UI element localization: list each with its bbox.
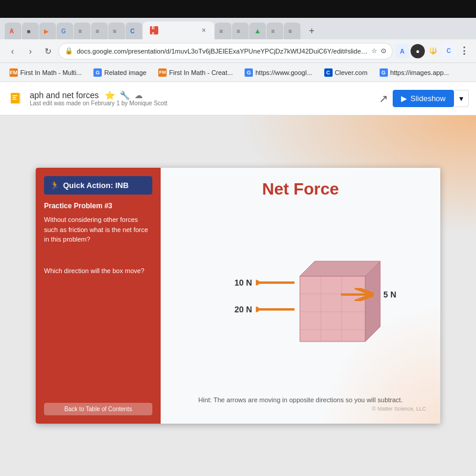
- arrow-5n-right: [338, 288, 380, 301]
- tab-bar: A ■ ▶ G ≡ ≡ ≡ C E: [0, 18, 476, 39]
- address-bar-icons: ☆ ⊙: [371, 47, 386, 55]
- title-text: aph and net forces: [30, 90, 99, 100]
- url-text: docs.google.com/presentation/d/1muvL3oTv…: [77, 48, 368, 55]
- slides-header: aph and net forces ⭐ 🔧 ☁ Last edit was m…: [0, 82, 476, 115]
- practice-text: Without considering other forces such as…: [44, 215, 152, 245]
- slides-title: aph and net forces ⭐ 🔧 ☁: [30, 90, 374, 100]
- tab-inactive-12[interactable]: ≡: [267, 23, 283, 39]
- bm-label-3: First In Math - Creat...: [169, 69, 233, 76]
- tab-inactive-5[interactable]: ≡: [74, 23, 90, 39]
- bm-icon-1: FM: [10, 68, 18, 77]
- bookmark-4[interactable]: G https://www.googl...: [240, 67, 317, 79]
- bookmark-5[interactable]: C Clever.com: [320, 67, 372, 79]
- tab-inactive-1[interactable]: A: [5, 23, 21, 39]
- forward-btn[interactable]: ›: [23, 43, 38, 59]
- left-panel: 🏃 Quick Action: INB Practice Problem #3 …: [36, 168, 161, 424]
- ext-icon-3[interactable]: 🔱: [426, 44, 440, 58]
- force-20n-label: 20 N: [234, 305, 252, 314]
- secure-icon: 🔒: [65, 47, 73, 55]
- tab-inactive-8[interactable]: C: [126, 23, 142, 39]
- browser-actions: A ● 🔱 C ⋮: [395, 44, 471, 58]
- bm-label-5: Clever.com: [335, 69, 368, 76]
- svg-marker-8: [300, 276, 365, 342]
- tab-inactive-7[interactable]: ≡: [108, 23, 125, 39]
- tab-inactive-2[interactable]: ■: [22, 23, 39, 39]
- star-icon[interactable]: ☆: [371, 47, 377, 55]
- ext-icon-5[interactable]: ⋮: [457, 44, 471, 58]
- tab-inactive-4[interactable]: G: [57, 23, 73, 39]
- bookmark-1[interactable]: FM First In Math - Multi...: [5, 67, 86, 79]
- new-tab-btn[interactable]: +: [303, 23, 320, 39]
- tab-inactive-9[interactable]: ≡: [215, 23, 231, 39]
- quick-action-label: Quick Action: INB: [63, 181, 129, 190]
- cloud-icon-title[interactable]: ☁: [134, 90, 143, 100]
- slideshow-button[interactable]: ▶ Slideshow: [393, 90, 454, 107]
- slideshow-dropdown-btn[interactable]: ▾: [454, 90, 469, 107]
- direction-question: Which direction will the box move?: [44, 254, 152, 403]
- main-content: 🏃 Quick Action: INB Practice Problem #3 …: [0, 115, 476, 476]
- tab-inactive-6[interactable]: ≡: [91, 23, 108, 39]
- slides-title-area: aph and net forces ⭐ 🔧 ☁ Last edit was m…: [30, 90, 374, 107]
- ext-icon-4[interactable]: C: [441, 44, 456, 58]
- net-force-title: Net Force: [175, 180, 426, 199]
- tab-close-btn[interactable]: ×: [201, 25, 207, 36]
- copyright-text: © Matter Science, LLC: [175, 406, 426, 412]
- svg-rect-2: [11, 93, 19, 103]
- force-5n-label: 5 N: [383, 290, 396, 299]
- cloud-icon[interactable]: ⊙: [381, 47, 386, 55]
- slide-canvas: 🏃 Quick Action: INB Practice Problem #3 …: [36, 168, 440, 424]
- slides-logo: [7, 90, 25, 108]
- tab-active-icon: E x: [150, 26, 158, 35]
- svg-rect-5: [12, 99, 17, 100]
- back-btn-label: Back to Table of Contents: [64, 406, 132, 412]
- bookmark-3[interactable]: FM First In Math - Creat...: [154, 67, 237, 79]
- bookmarks-bar: FM First In Math - Multi... G Related im…: [0, 63, 476, 82]
- tab-active[interactable]: E x ×: [143, 21, 214, 39]
- practice-title: Practice Problem #3: [44, 202, 152, 210]
- share-icon-title[interactable]: 🔧: [120, 90, 130, 100]
- comments-btn[interactable]: ↗: [379, 92, 388, 105]
- bm-label-2: Related image: [104, 69, 146, 76]
- bm-label-1: First In Math - Multi...: [20, 69, 82, 76]
- ext-icon-2[interactable]: ●: [411, 44, 425, 58]
- reload-btn[interactable]: ↻: [40, 43, 56, 59]
- tab-inactive-10[interactable]: ≡: [232, 23, 249, 39]
- browser: A ■ ▶ G ≡ ≡ ≡ C E: [0, 18, 476, 476]
- force-diagram: 10 N 20 N: [175, 211, 426, 390]
- force-10n-label: 10 N: [234, 278, 252, 287]
- bm-icon-3: FM: [158, 68, 167, 77]
- top-bar: [0, 0, 476, 18]
- back-to-toc-btn[interactable]: Back to Table of Contents: [44, 403, 152, 415]
- address-bar[interactable]: 🔒 docs.google.com/presentation/d/1muvL3o…: [58, 43, 393, 60]
- dropdown-arrow-icon: ▾: [459, 94, 464, 103]
- bm-label-4: https://www.googl...: [255, 69, 312, 76]
- slideshow-label: Slideshow: [411, 94, 446, 103]
- box-3d-svg: [282, 252, 389, 353]
- slides-header-right: ↗ ▶ Slideshow ▾: [379, 90, 469, 107]
- tab-inactive-13[interactable]: ≡: [284, 23, 300, 39]
- bm-icon-4: G: [245, 68, 253, 77]
- bm-label-6: https://images.app...: [390, 69, 449, 76]
- runner-icon: 🏃: [50, 181, 60, 190]
- tab-inactive-3[interactable]: ▶: [39, 23, 56, 39]
- bookmark-6[interactable]: G https://images.app...: [375, 67, 454, 79]
- slides-subtitle: Last edit was made on February 1 by Moni…: [30, 100, 374, 107]
- play-icon: ▶: [401, 94, 407, 103]
- svg-rect-4: [12, 97, 16, 98]
- star-icon-title[interactable]: ⭐: [105, 90, 115, 100]
- quick-action-header: 🏃 Quick Action: INB: [44, 176, 152, 195]
- address-bar-row: ‹ › ↻ 🔒 docs.google.com/presentation/d/1…: [0, 39, 476, 63]
- hint-text: Hint: The arrows are moving in opposite …: [175, 396, 426, 403]
- back-btn[interactable]: ‹: [5, 43, 20, 59]
- tab-inactive-11[interactable]: ▲: [249, 23, 266, 39]
- bm-icon-6: G: [380, 68, 388, 77]
- bookmark-2[interactable]: G Related image: [89, 67, 151, 79]
- svg-rect-3: [12, 95, 17, 96]
- ext-icon-1[interactable]: A: [395, 44, 409, 58]
- right-panel: Net Force 10 N: [161, 168, 440, 424]
- bm-icon-2: G: [93, 68, 102, 77]
- bm-icon-5: C: [324, 68, 333, 77]
- force-5n-group: 5 N: [338, 288, 396, 301]
